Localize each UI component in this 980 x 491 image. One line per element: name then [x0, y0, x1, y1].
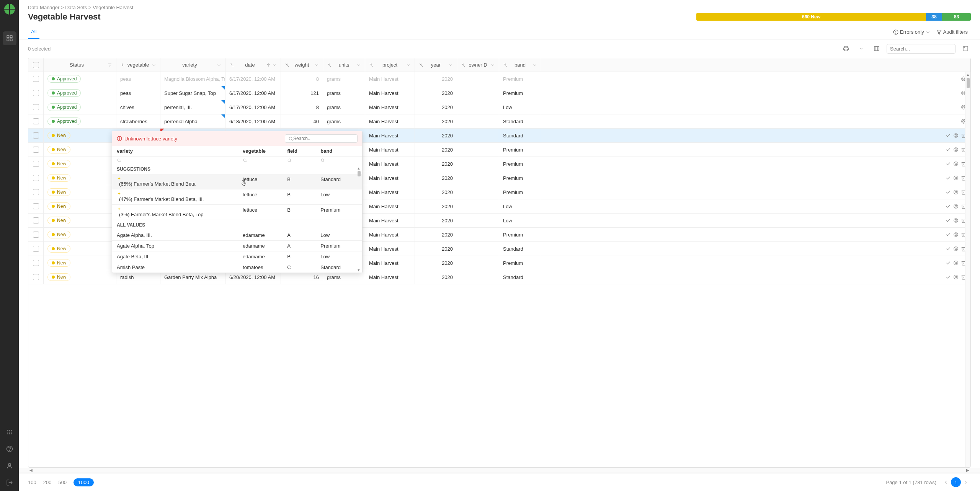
cell-ownerid[interactable] — [457, 143, 499, 157]
row-checkbox[interactable] — [33, 104, 39, 110]
scroll-thumb[interactable] — [358, 171, 361, 176]
confirm-row-button[interactable] — [946, 232, 951, 237]
cell-band[interactable]: Premium — [499, 157, 541, 171]
value-row[interactable]: Agate Alpha, III.edamameALow — [112, 230, 362, 241]
chevron-down-icon[interactable] — [448, 63, 453, 67]
cell-project[interactable]: Main Harvest — [365, 228, 415, 241]
col-units[interactable]: units — [333, 62, 355, 68]
cell-band[interactable]: Premium — [499, 256, 541, 270]
tab-all[interactable]: All — [28, 25, 39, 39]
chevron-down-icon[interactable] — [152, 63, 156, 67]
cell-units[interactable]: grams — [323, 72, 365, 86]
confirm-row-button[interactable] — [946, 147, 951, 152]
sidebar-item-datasets[interactable] — [3, 31, 16, 45]
scroll-down-icon[interactable]: ▼ — [357, 268, 361, 272]
grid-search[interactable] — [887, 44, 956, 54]
value-row[interactable]: Amish PastetomatoesCStandard — [112, 262, 362, 273]
cell-project[interactable]: Main Harvest — [365, 214, 415, 227]
unpin-icon[interactable] — [503, 63, 508, 67]
cell-project[interactable]: Main Harvest — [365, 100, 415, 114]
cell-year[interactable]: 2020 — [415, 100, 457, 114]
cell-vegetable[interactable]: strawberries — [116, 114, 160, 128]
expand-button[interactable] — [960, 43, 971, 54]
cell-ownerid[interactable] — [457, 228, 499, 241]
page-size-option[interactable]: 100 — [28, 480, 36, 485]
horizontal-scrollbar[interactable]: ◀ ▶ — [19, 468, 980, 473]
chevron-down-icon[interactable] — [406, 63, 411, 67]
row-target-button[interactable] — [953, 260, 959, 266]
suggestion-row[interactable]: (47%) Farmer's Market Blend Beta, III.le… — [112, 189, 362, 205]
row-checkbox[interactable] — [33, 246, 39, 252]
cell-band[interactable]: Low — [499, 214, 541, 227]
row-target-button[interactable] — [953, 147, 959, 152]
table-row[interactable]: Approvedstrawberriesperrenial Alpha6/18/… — [28, 114, 970, 129]
row-checkbox[interactable] — [33, 147, 39, 153]
cell-band[interactable]: Premium — [499, 143, 541, 157]
row-checkbox[interactable] — [33, 118, 39, 124]
cell-vegetable[interactable]: peas — [116, 86, 160, 100]
print-button[interactable] — [841, 43, 851, 54]
cell-year[interactable]: 2020 — [415, 129, 457, 142]
cell-date[interactable]: 6/17/2020, 12:00 AM — [225, 100, 281, 114]
cell-band[interactable]: Premium — [499, 185, 541, 199]
cell-variety[interactable]: Magnolia Blossom Alpha, Top — [160, 72, 225, 86]
unpin-icon[interactable] — [461, 63, 466, 67]
vertical-scrollbar[interactable]: ▲ — [965, 72, 970, 467]
col-vegetable[interactable]: vegetable — [126, 62, 150, 68]
cell-units[interactable]: grams — [323, 86, 365, 100]
cell-year[interactable]: 2020 — [415, 171, 457, 185]
table-row[interactable]: Approvedchivesperrenial, III.6/17/2020, … — [28, 100, 970, 114]
sidebar-item-user[interactable] — [3, 459, 16, 473]
cell-year[interactable]: 2020 — [415, 214, 457, 227]
sidebar-item-logout[interactable] — [3, 476, 16, 489]
cell-ownerid[interactable] — [457, 242, 499, 256]
cell-ownerid[interactable] — [457, 199, 499, 213]
chevron-down-icon[interactable] — [217, 63, 221, 67]
row-checkbox[interactable] — [33, 189, 39, 195]
cell-units[interactable]: grams — [323, 114, 365, 128]
cell-variety[interactable]: perrenial Alpha — [160, 114, 225, 128]
page-size-option[interactable]: 500 — [58, 480, 67, 485]
print-dropdown[interactable] — [856, 43, 867, 54]
table-row[interactable]: ApprovedpeasMagnolia Blossom Alpha, Top6… — [28, 72, 970, 86]
cell-project[interactable]: Main Harvest — [365, 199, 415, 213]
confirm-row-button[interactable] — [946, 189, 951, 195]
search-icon[interactable] — [320, 158, 325, 163]
row-target-button[interactable] — [953, 189, 959, 195]
cell-year[interactable]: 2020 — [415, 242, 457, 256]
row-target-button[interactable] — [953, 204, 959, 209]
chevron-down-icon[interactable] — [356, 63, 361, 67]
row-target-button[interactable] — [953, 175, 959, 181]
cell-project[interactable]: Main Harvest — [365, 171, 415, 185]
cell-ownerid[interactable] — [457, 100, 499, 114]
cell-variety[interactable]: perrenial, III. — [160, 100, 225, 114]
popover-search-input[interactable] — [293, 136, 354, 141]
cell-band[interactable]: Premium — [499, 72, 541, 86]
confirm-row-button[interactable] — [946, 161, 951, 166]
cell-ownerid[interactable] — [457, 129, 499, 142]
app-logo-icon[interactable] — [4, 4, 15, 15]
chevron-down-icon[interactable] — [272, 63, 277, 67]
cell-year[interactable]: 2020 — [415, 256, 457, 270]
sidebar-item-help[interactable] — [3, 442, 16, 456]
cell-ownerid[interactable] — [457, 72, 499, 86]
table-row[interactable]: ApprovedpeasSuper Sugar Snap, Top6/17/20… — [28, 86, 970, 100]
cell-units[interactable]: grams — [323, 100, 365, 114]
breadcrumb[interactable]: Data Manager > Data Sets > Vegetable Har… — [28, 5, 971, 10]
cell-date[interactable]: 6/17/2020, 12:00 AM — [225, 72, 281, 86]
row-target-button[interactable] — [953, 232, 959, 237]
row-target-button[interactable] — [953, 133, 959, 138]
chevron-down-icon[interactable] — [314, 63, 319, 67]
scroll-right-icon[interactable]: ▶ — [965, 468, 971, 472]
suggestion-row[interactable]: (65%) Farmer's Market Blend BetalettuceB… — [112, 174, 362, 189]
cell-ownerid[interactable] — [457, 171, 499, 185]
cell-ownerid[interactable] — [457, 114, 499, 128]
unpin-icon[interactable] — [120, 63, 125, 67]
scroll-up-icon[interactable]: ▲ — [357, 166, 361, 170]
row-checkbox[interactable] — [33, 161, 39, 167]
value-row[interactable]: Agate Alpha, TopedamameAPremium — [112, 241, 362, 251]
col-status[interactable]: Status — [47, 62, 106, 68]
row-checkbox[interactable] — [33, 90, 39, 96]
unpin-icon[interactable] — [229, 63, 234, 67]
cell-variety[interactable]: Super Sugar Snap, Top — [160, 86, 225, 100]
